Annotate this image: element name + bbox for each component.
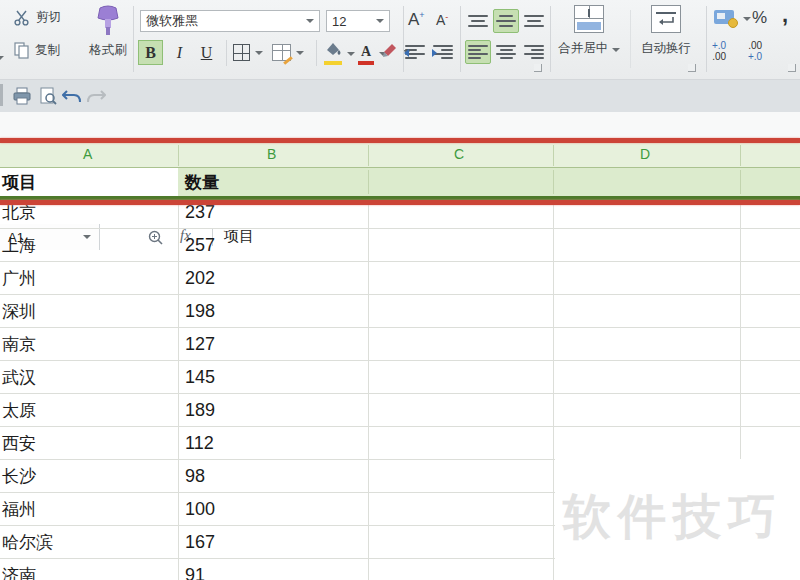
increase-decimal-button[interactable]: +.0 .00 [712, 40, 726, 62]
redo-icon[interactable] [86, 88, 106, 104]
sheet-row[interactable]: 广州 202 [0, 262, 800, 295]
underline-button[interactable]: U [194, 40, 219, 65]
row1-sep [553, 170, 554, 194]
align-middle-button[interactable] [493, 9, 519, 33]
font-name-select[interactable]: 微软雅黑 [140, 10, 320, 32]
group-divider [706, 6, 707, 72]
wrap-text-button[interactable]: 自动换行 [637, 5, 695, 57]
fill-color-bucket-icon [324, 42, 342, 65]
cell-city[interactable]: 深圳 [2, 300, 36, 323]
wps-spreadsheet-window: 剪切 复制 格式刷 微软雅黑 12 B [0, 0, 800, 580]
cell-number[interactable]: 202 [185, 268, 215, 289]
sheet-row[interactable]: 深圳 198 [0, 295, 800, 328]
cell-number[interactable]: 98 [185, 466, 205, 487]
copy-label: 复制 [35, 42, 60, 59]
increase-indent-icon [433, 45, 453, 59]
sheet-row[interactable]: 上海 257 [0, 229, 800, 262]
row1-sep [368, 170, 369, 194]
cell-number[interactable]: 91 [185, 565, 205, 580]
group-divider [133, 6, 134, 72]
font-color-icon: A [358, 42, 374, 65]
column-header-c[interactable]: C [454, 146, 464, 162]
borders-button[interactable] [233, 44, 263, 61]
small-divider [316, 40, 317, 66]
fill-color-button[interactable] [324, 42, 355, 65]
cell-number[interactable]: 189 [185, 400, 215, 421]
grow-font-button[interactable]: A+ [408, 10, 425, 30]
cell-city[interactable]: 武汉 [2, 366, 36, 389]
print-icon[interactable] [13, 87, 31, 105]
cell-style-button[interactable] [272, 44, 304, 61]
cell-number[interactable]: 257 [185, 235, 215, 256]
align-top-icon [468, 15, 488, 27]
column-header-d[interactable]: D [640, 146, 650, 162]
cell-number[interactable]: 100 [185, 499, 215, 520]
cell-a1-active[interactable]: 项目 [0, 168, 178, 196]
align-center-button[interactable] [493, 40, 519, 64]
shrink-font-button[interactable]: A- [436, 12, 448, 28]
number-format-caret-icon [743, 17, 751, 21]
decrease-decimal-button[interactable]: .00 +.0 [748, 40, 762, 62]
sheet-row[interactable]: 太原 189 [0, 394, 800, 427]
comma-style-button[interactable]: , [782, 2, 788, 28]
cell-city[interactable]: 长沙 [2, 465, 36, 488]
cell-city[interactable]: 广州 [2, 267, 36, 290]
align-right-button[interactable] [521, 40, 547, 64]
highlight-pen-icon [382, 42, 398, 61]
column-header-a[interactable]: A [83, 146, 92, 162]
borders-caret-icon [255, 51, 263, 55]
group-divider [460, 6, 461, 72]
cell-city[interactable]: 太原 [2, 399, 36, 422]
selected-header-row[interactable]: 项目 数量 [0, 168, 800, 196]
align-top-button[interactable] [465, 9, 491, 33]
bold-button[interactable]: B [138, 40, 163, 65]
cell-number[interactable]: 112 [185, 433, 214, 454]
italic-button[interactable]: I [167, 40, 192, 65]
bold-label: B [145, 44, 156, 62]
inc-decimal-top: +.0 [712, 40, 726, 51]
font-name-caret-icon [306, 19, 314, 23]
cell-number[interactable]: 127 [185, 334, 215, 355]
percent-style-button[interactable]: % [752, 8, 767, 28]
cell-number[interactable]: 167 [185, 532, 215, 553]
grow-font-label: A [408, 10, 419, 29]
cell-city[interactable]: 福州 [2, 498, 36, 521]
cut-button[interactable]: 剪切 [14, 9, 61, 26]
merge-center-caret-icon [612, 48, 620, 52]
watermark-text: 软件技巧 [563, 485, 783, 549]
font-size-value: 12 [332, 14, 346, 29]
align-left-button[interactable] [465, 40, 491, 64]
format-painter-button[interactable]: 格式刷 [84, 4, 132, 59]
column-header-row: A B C D [0, 143, 800, 168]
sheet-row[interactable]: 武汉 145 [0, 361, 800, 394]
cell-city[interactable]: 西安 [2, 432, 36, 455]
cell-city[interactable]: 哈尔滨 [2, 531, 53, 554]
print-preview-icon[interactable] [39, 87, 57, 105]
column-header-b[interactable]: B [267, 146, 276, 162]
group-divider [550, 6, 551, 72]
watermark-box: 软件技巧 [555, 459, 800, 580]
cell-number[interactable]: 145 [185, 367, 215, 388]
formula-bar: A1 fx 项目 [0, 112, 800, 138]
annotation-red-line-top [0, 138, 800, 143]
font-size-select[interactable]: 12 [326, 10, 390, 32]
cell-city[interactable]: 济南 [2, 564, 36, 580]
undo-icon[interactable] [62, 88, 82, 104]
cell-city[interactable]: 上海 [2, 234, 36, 257]
alignment-dialog-launcher[interactable] [534, 64, 542, 72]
number-dialog-launcher[interactable] [788, 64, 796, 72]
align-bottom-button[interactable] [521, 9, 547, 33]
copy-button[interactable]: 复制 [14, 42, 60, 59]
sheet-row[interactable]: 南京 127 [0, 328, 800, 361]
sheet-row[interactable]: 西安 112 [0, 427, 800, 460]
merge-dialog-launcher[interactable] [688, 64, 696, 72]
cell-number[interactable]: 198 [185, 301, 215, 322]
row1-sep [740, 170, 741, 194]
decrease-indent-button[interactable] [402, 40, 428, 64]
increase-indent-button[interactable] [430, 40, 456, 64]
font-size-caret-icon [376, 19, 384, 23]
merge-center-button[interactable]: 合并居中 [553, 5, 625, 57]
clipped-dropdown-icon [0, 46, 4, 64]
number-format-button[interactable] [714, 10, 751, 28]
cell-city[interactable]: 南京 [2, 333, 36, 356]
